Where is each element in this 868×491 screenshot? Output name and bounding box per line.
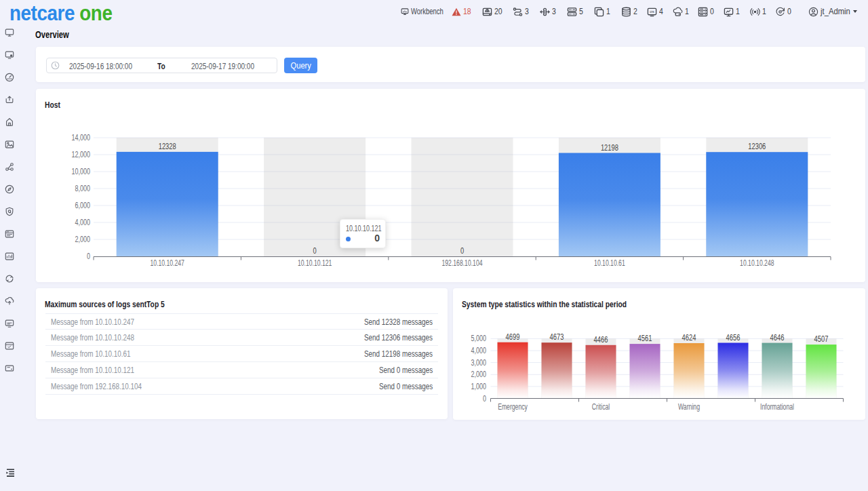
svg-text:0: 0 bbox=[87, 252, 90, 261]
svg-text:4624: 4624 bbox=[682, 333, 696, 342]
svg-text:4561: 4561 bbox=[638, 334, 652, 343]
svg-text:12328: 12328 bbox=[159, 142, 176, 151]
svg-text:4466: 4466 bbox=[594, 335, 608, 345]
svg-text:10.10.10.247: 10.10.10.247 bbox=[151, 258, 185, 268]
svg-text:4,000: 4,000 bbox=[471, 346, 487, 355]
svg-text:8,000: 8,000 bbox=[75, 184, 91, 193]
svg-text:Critical: Critical bbox=[592, 402, 610, 412]
svg-text:Emergency: Emergency bbox=[498, 402, 528, 412]
svg-text:Informational: Informational bbox=[760, 402, 794, 412]
svg-text:1,000: 1,000 bbox=[471, 382, 487, 391]
svg-text:10,000: 10,000 bbox=[72, 167, 91, 176]
svg-text:4673: 4673 bbox=[550, 332, 564, 342]
svg-text:0: 0 bbox=[460, 246, 464, 256]
svg-text:0: 0 bbox=[483, 394, 486, 404]
svg-text:os: os bbox=[650, 9, 654, 14]
svg-text:12198: 12198 bbox=[601, 143, 618, 153]
svg-text:2,000: 2,000 bbox=[471, 370, 487, 379]
svg-text:14,000: 14,000 bbox=[72, 133, 91, 142]
svg-text:12306: 12306 bbox=[748, 142, 766, 151]
svg-text:4507: 4507 bbox=[814, 334, 829, 344]
svg-text:10.10.10.121: 10.10.10.121 bbox=[298, 258, 332, 268]
svg-text:10.10.10.61: 10.10.10.61 bbox=[594, 258, 625, 268]
svg-text:4699: 4699 bbox=[506, 332, 520, 342]
svg-text:192.168.10.104: 192.168.10.104 bbox=[442, 258, 483, 268]
svg-text:2,000: 2,000 bbox=[75, 235, 91, 244]
svg-text:4656: 4656 bbox=[726, 333, 741, 342]
svg-text:6,000: 6,000 bbox=[75, 201, 91, 210]
svg-text:0: 0 bbox=[313, 246, 317, 256]
svg-text:3,000: 3,000 bbox=[471, 358, 487, 368]
svg-text:5,000: 5,000 bbox=[471, 334, 487, 343]
svg-text:12,000: 12,000 bbox=[72, 150, 91, 159]
svg-text:4646: 4646 bbox=[770, 333, 785, 342]
svg-text:Warning: Warning bbox=[678, 402, 700, 412]
svg-text:4,000: 4,000 bbox=[75, 218, 91, 227]
svg-text:10.10.10.248: 10.10.10.248 bbox=[740, 258, 774, 268]
